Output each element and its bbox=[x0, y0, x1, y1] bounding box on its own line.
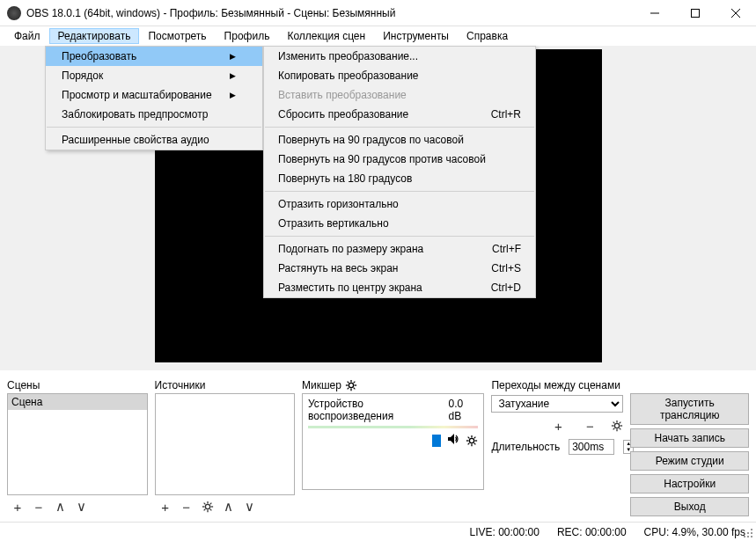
menu-reset-transform[interactable]: Сбросить преобразованиеCtrl+R bbox=[264, 105, 535, 124]
menu-lock-preview[interactable]: Заблокировать предпросмотр bbox=[46, 105, 262, 124]
svg-point-32 bbox=[615, 424, 620, 428]
menu-adv-audio[interactable]: Расширенные свойства аудио bbox=[46, 130, 262, 150]
sources-title: Источники bbox=[155, 377, 296, 393]
gear-icon[interactable] bbox=[466, 434, 478, 447]
menu-help[interactable]: Справка bbox=[458, 28, 517, 44]
menu-separator bbox=[265, 236, 534, 237]
exit-button[interactable]: Выход bbox=[630, 497, 749, 516]
bottom-dock: Сцены Сцена + − ∧ ∨ Источники + − ∧ ∨ Ми… bbox=[0, 370, 756, 516]
add-transition-button[interactable]: + bbox=[547, 416, 569, 435]
start-stream-button[interactable]: Запустить трансляцию bbox=[630, 393, 749, 425]
duration-input[interactable] bbox=[569, 439, 614, 455]
svg-marker-22 bbox=[448, 434, 454, 444]
close-button[interactable] bbox=[716, 0, 756, 26]
mixer-box: Устройство воспроизведения 0.0 dB bbox=[302, 393, 484, 490]
menu-flip-h[interactable]: Отразить горизонтально bbox=[264, 194, 535, 214]
menu-transform[interactable]: Преобразовать▶ bbox=[46, 47, 262, 66]
status-live: LIVE: 00:00:00 bbox=[469, 526, 539, 538]
chevron-right-icon: ▶ bbox=[230, 71, 236, 80]
transitions-panel: Переходы между сценами Затухание + − Дли… bbox=[491, 377, 623, 516]
control-buttons: Запустить трансляцию Начать запись Режим… bbox=[630, 377, 749, 516]
status-rec: REC: 00:00:00 bbox=[557, 526, 627, 538]
menu-scene-collection[interactable]: Коллекция сцен bbox=[278, 28, 374, 44]
source-settings-button[interactable] bbox=[197, 497, 218, 516]
menu-tools[interactable]: Инструменты bbox=[374, 28, 458, 44]
menu-view[interactable]: Посмотреть bbox=[139, 28, 215, 44]
resize-grip[interactable] bbox=[744, 529, 754, 539]
svg-rect-43 bbox=[751, 532, 752, 534]
minimize-button[interactable] bbox=[635, 0, 675, 26]
scene-up-button[interactable]: ∧ bbox=[49, 497, 70, 516]
gear-icon[interactable] bbox=[611, 420, 623, 433]
menu-fit-screen[interactable]: Подогнать по размеру экранаCtrl+F bbox=[264, 239, 535, 259]
menu-profile[interactable]: Профиль bbox=[216, 28, 279, 44]
svg-point-23 bbox=[470, 438, 474, 442]
add-source-button[interactable]: + bbox=[155, 497, 176, 516]
scenes-toolbar: + − ∧ ∨ bbox=[7, 495, 148, 516]
remove-transition-button[interactable]: − bbox=[579, 416, 600, 435]
menu-rotate-90ccw[interactable]: Повернуть на 90 градусов против часовой bbox=[264, 150, 535, 169]
menu-zoom[interactable]: Просмотр и масштабирование▶ bbox=[46, 85, 262, 105]
chevron-right-icon: ▶ bbox=[230, 91, 236, 99]
svg-line-19 bbox=[354, 388, 356, 390]
gear-icon bbox=[202, 501, 214, 514]
add-scene-button[interactable]: + bbox=[7, 497, 28, 516]
menu-stretch-screen[interactable]: Растянуть на весь экранCtrl+S bbox=[264, 259, 535, 278]
transform-submenu: Изменить преобразование... Копировать пр… bbox=[263, 46, 536, 298]
duration-label: Длительность bbox=[491, 441, 560, 453]
menu-separator bbox=[265, 127, 534, 128]
svg-line-40 bbox=[613, 428, 615, 430]
gear-icon[interactable] bbox=[345, 379, 357, 392]
mixer-meter bbox=[308, 426, 478, 428]
sources-toolbar: + − ∧ ∨ bbox=[155, 495, 296, 516]
svg-line-39 bbox=[620, 422, 621, 424]
svg-line-28 bbox=[468, 437, 470, 439]
menu-file[interactable]: Файл bbox=[5, 28, 49, 44]
menu-edit-transform[interactable]: Изменить преобразование... bbox=[264, 47, 535, 66]
mixer-db-value: 0.0 dB bbox=[449, 398, 479, 422]
studio-mode-button[interactable]: Режим студии bbox=[630, 451, 749, 471]
svg-rect-44 bbox=[744, 536, 745, 537]
source-down-button[interactable]: ∨ bbox=[239, 497, 261, 516]
svg-rect-41 bbox=[751, 529, 752, 530]
svg-line-18 bbox=[348, 382, 349, 384]
source-up-button[interactable]: ∧ bbox=[218, 497, 239, 516]
remove-source-button[interactable]: − bbox=[176, 497, 197, 516]
menu-rotate-180[interactable]: Повернуть на 180 градусов bbox=[264, 169, 535, 188]
start-record-button[interactable]: Начать запись bbox=[630, 428, 749, 448]
menu-flip-v[interactable]: Отразить вертикально bbox=[264, 214, 535, 233]
scenes-list[interactable]: Сцена bbox=[7, 393, 148, 495]
svg-rect-42 bbox=[747, 532, 749, 534]
svg-line-37 bbox=[613, 422, 615, 424]
svg-line-30 bbox=[474, 437, 476, 439]
status-bar: LIVE: 00:00:00 REC: 00:00:00 CPU: 4.9%, … bbox=[0, 522, 756, 541]
transition-select[interactable]: Затухание bbox=[491, 395, 623, 413]
svg-point-4 bbox=[205, 505, 209, 509]
mixer-device-label: Устройство воспроизведения bbox=[308, 398, 448, 422]
sources-list[interactable] bbox=[155, 393, 296, 495]
status-cpu: CPU: 4.9%, 30.00 fps bbox=[644, 526, 745, 538]
menu-copy-transform[interactable]: Копировать преобразование bbox=[264, 66, 535, 85]
svg-point-13 bbox=[349, 384, 353, 388]
volume-slider-thumb[interactable] bbox=[432, 435, 441, 447]
svg-rect-1 bbox=[692, 9, 700, 17]
settings-button[interactable]: Настройки bbox=[630, 474, 749, 493]
title-bar: OBS 18.0.1 (64bit, windows) - Профиль: Б… bbox=[0, 0, 756, 26]
menu-rotate-90cw[interactable]: Повернуть на 90 градусов по часовой bbox=[264, 130, 535, 150]
app-icon bbox=[7, 6, 21, 20]
menu-edit[interactable]: Редактировать bbox=[49, 28, 140, 44]
menu-center-screen[interactable]: Разместить по центру экранаCtrl+D bbox=[264, 278, 535, 297]
remove-scene-button[interactable]: − bbox=[28, 497, 49, 516]
scene-down-button[interactable]: ∨ bbox=[70, 497, 92, 516]
speaker-icon[interactable] bbox=[446, 432, 460, 449]
scene-item[interactable]: Сцена bbox=[8, 394, 147, 410]
chevron-right-icon: ▶ bbox=[230, 52, 236, 61]
svg-line-38 bbox=[620, 428, 621, 430]
maximize-button[interactable] bbox=[675, 0, 716, 26]
menu-bar: Файл Редактировать Посмотреть Профиль Ко… bbox=[0, 26, 756, 46]
svg-line-10 bbox=[209, 509, 211, 511]
menu-order[interactable]: Порядок▶ bbox=[46, 66, 262, 85]
edit-menu-dropdown: Преобразовать▶ Порядок▶ Просмотр и масшт… bbox=[45, 46, 263, 150]
scenes-title: Сцены bbox=[7, 377, 148, 393]
svg-line-21 bbox=[348, 388, 349, 390]
